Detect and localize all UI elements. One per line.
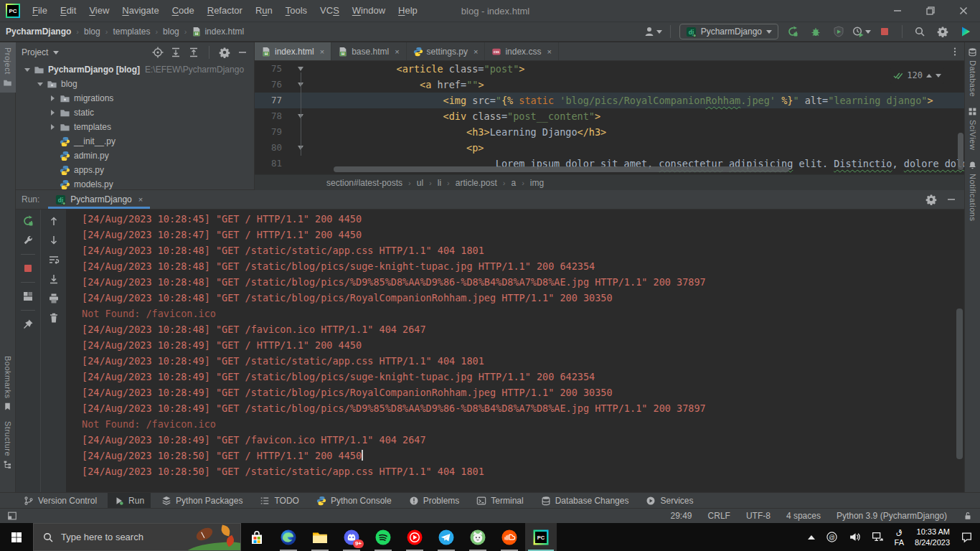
settings-gear-icon[interactable]	[925, 194, 937, 205]
inspections-widget[interactable]: 120	[890, 67, 944, 84]
stop-icon[interactable]	[22, 263, 34, 274]
editor-breadcrumb-item[interactable]: section#latest-posts	[326, 178, 402, 188]
editor-breadcrumb-item[interactable]: ul	[417, 178, 423, 188]
tree-row[interactable]: __init__.py	[16, 134, 254, 149]
menu-navigate[interactable]: Navigate	[116, 0, 165, 22]
taskbar-app-soundcloud[interactable]	[494, 523, 525, 551]
chevron-down-icon[interactable]	[23, 66, 31, 74]
run-console-output[interactable]: [24/Aug/2023 10:28:45] "GET / HTTP/1.1" …	[66, 209, 964, 492]
run-configuration-select[interactable]: dj PycharmDjango	[679, 24, 778, 39]
restore-button[interactable]	[914, 0, 947, 22]
print-icon[interactable]	[48, 293, 60, 304]
toolwindow-button-database-changes[interactable]: Database Changes	[534, 493, 636, 508]
tree-row[interactable]: models.py	[16, 177, 254, 190]
next-problem-icon[interactable]	[936, 74, 941, 77]
tree-row[interactable]: apps.py	[16, 163, 254, 177]
lock-icon[interactable]	[963, 511, 973, 521]
tool-stripe-project[interactable]: Project	[0, 42, 16, 93]
close-icon[interactable]: ×	[395, 47, 399, 56]
prev-occurrence-icon[interactable]	[48, 215, 60, 227]
tool-window-toggle-icon[interactable]	[7, 511, 17, 521]
editor-breadcrumb-item[interactable]: img	[530, 178, 544, 188]
tool-stripe-bookmarks[interactable]: Bookmarks	[0, 351, 16, 417]
close-icon[interactable]: ×	[473, 47, 478, 56]
horizontal-scrollbar[interactable]	[334, 166, 789, 172]
toolwindow-button-python-console[interactable]: Python Console	[310, 493, 398, 508]
minimize-button[interactable]	[881, 0, 914, 22]
settings-gear-icon[interactable]	[219, 47, 230, 58]
locate-icon[interactable]	[152, 47, 164, 58]
tray-overflow-icon[interactable]	[808, 535, 815, 540]
menu-run[interactable]: Run	[249, 0, 279, 22]
toolwindow-button-todo[interactable]: TODO	[253, 493, 305, 508]
clock[interactable]: 10:33 AM 8/24/2023	[915, 527, 950, 548]
close-button[interactable]	[947, 0, 980, 22]
breadcrumb-item[interactable]: PycharmDjango	[6, 27, 71, 37]
breadcrumb-item[interactable]: templates	[113, 27, 150, 37]
toolwindow-button-problems[interactable]: Problems	[402, 493, 466, 508]
prev-problem-icon[interactable]	[926, 74, 932, 77]
menu-view[interactable]: View	[83, 0, 116, 22]
tool-stripe-structure[interactable]: Structure	[0, 416, 16, 474]
coverage-button[interactable]	[830, 24, 847, 39]
taskbar-search-input[interactable]: Type here to search	[33, 523, 241, 551]
tree-row[interactable]: migrations	[16, 91, 254, 105]
hide-panel-icon[interactable]	[946, 194, 957, 205]
taskbar-app-youtube-music[interactable]	[399, 523, 430, 551]
editor-breadcrumb-item[interactable]: article.post	[456, 178, 497, 188]
close-icon[interactable]: ×	[547, 47, 551, 56]
tab-index-html[interactable]: Hindex.html×	[255, 42, 331, 60]
soft-wrap-icon[interactable]	[48, 254, 60, 265]
status-line-ending[interactable]: CRLF	[708, 511, 730, 521]
vertical-scrollbar[interactable]	[958, 133, 963, 170]
breadcrumb-item[interactable]: blog	[84, 27, 100, 37]
chevron-right-icon[interactable]	[49, 109, 57, 117]
action-center-icon[interactable]	[961, 531, 973, 543]
chevron-right-icon[interactable]	[49, 123, 57, 131]
rerun-icon[interactable]	[22, 215, 34, 227]
taskbar-app-avatar[interactable]	[462, 523, 494, 551]
profiler-button[interactable]	[853, 24, 870, 39]
tool-stripe-notifications[interactable]: Notifications	[965, 156, 980, 226]
pin-tab-icon[interactable]	[22, 319, 34, 330]
menu-tools[interactable]: Tools	[279, 0, 314, 22]
expand-all-icon[interactable]	[170, 47, 182, 58]
stop-button[interactable]	[876, 24, 893, 39]
editor-breadcrumb-item[interactable]: a	[511, 178, 516, 188]
status-encoding[interactable]: UTF-8	[746, 511, 771, 521]
menu-code[interactable]: Code	[166, 0, 201, 22]
taskbar-app-edge[interactable]	[273, 523, 304, 551]
hide-panel-icon[interactable]	[237, 47, 248, 58]
more-options-icon[interactable]	[950, 47, 960, 57]
restore-layout-icon[interactable]	[22, 291, 34, 302]
chevron-right-icon[interactable]	[49, 95, 57, 103]
next-occurrence-icon[interactable]	[48, 235, 60, 246]
console-scrollbar[interactable]	[956, 309, 963, 459]
status-python-interpreter[interactable]: Python 3.9 (PycharmDjango)	[837, 511, 947, 521]
run-button[interactable]	[784, 24, 801, 39]
tab-settings-py[interactable]: settings.py×	[407, 42, 486, 60]
toolwindow-button-services[interactable]: Services	[639, 493, 699, 508]
taskbar-app-discord[interactable]: 9+	[336, 523, 367, 551]
editor-breadcrumb-item[interactable]: li	[438, 178, 441, 188]
menu-vcs[interactable]: VCS	[314, 0, 346, 22]
tab-index-css[interactable]: cssindex.css×	[485, 42, 558, 60]
language-indicator[interactable]: قFA	[895, 527, 904, 548]
collapse-all-icon[interactable]	[188, 47, 199, 58]
menu-help[interactable]: Help	[392, 0, 424, 22]
ide-promo-icon[interactable]	[957, 24, 974, 39]
taskbar-app-file-explorer[interactable]	[304, 523, 336, 551]
tab-base-html[interactable]: Hbase.html×	[331, 42, 406, 60]
menu-window[interactable]: Window	[346, 0, 392, 22]
chevron-down-icon[interactable]	[36, 80, 44, 88]
status-indent-size[interactable]: 4 spaces	[786, 511, 821, 521]
tree-row[interactable]: blog	[16, 77, 254, 91]
safety-icon[interactable]: @	[826, 531, 838, 543]
scroll-to-end-icon[interactable]	[48, 273, 60, 285]
breadcrumb-item[interactable]: blog	[163, 27, 179, 37]
taskbar-app-pycharm[interactable]: PC	[525, 523, 557, 551]
close-icon[interactable]: ×	[138, 195, 143, 204]
menu-file[interactable]: File	[26, 0, 54, 22]
settings-gear-icon[interactable]	[934, 24, 951, 39]
menu-edit[interactable]: Edit	[54, 0, 83, 22]
